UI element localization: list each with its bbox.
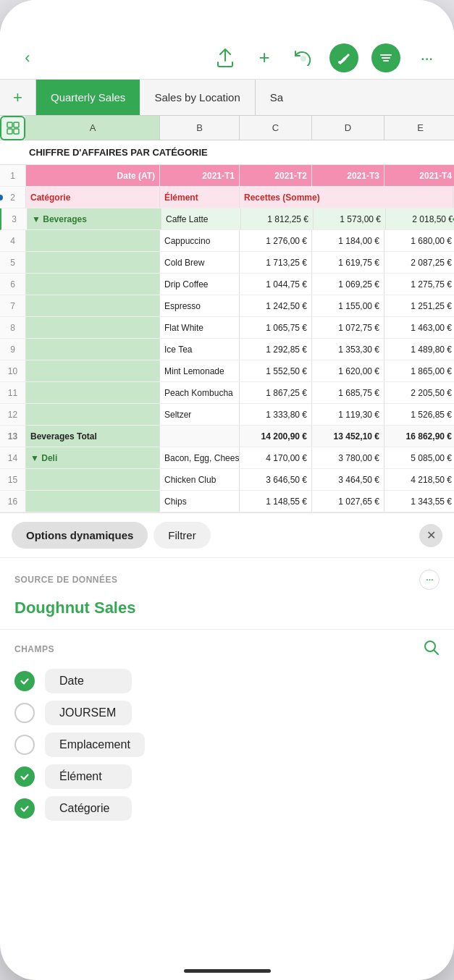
cell-element-subheader[interactable]: Élément	[160, 187, 240, 208]
cell-item[interactable]: Cappuccino	[160, 230, 240, 251]
cell-q2[interactable]: 3 780,00 €	[312, 447, 384, 468]
cell-q1[interactable]: 1 148,55 €	[240, 491, 312, 512]
col-header-e[interactable]: E	[384, 116, 454, 140]
cell-item[interactable]: Cold Brew	[160, 252, 240, 273]
field-element-checkbox[interactable]	[14, 766, 35, 787]
field-date-checkbox[interactable]	[14, 671, 35, 691]
cell-q2[interactable]: 1 069,25 €	[312, 274, 384, 295]
cell-q3[interactable]: 4 218,50 €	[384, 469, 454, 490]
cell-q3[interactable]: 1 343,55 €	[384, 491, 454, 512]
cell-q1[interactable]: 1 276,00 €	[240, 230, 312, 251]
cell-item[interactable]: Peach Kombucha	[160, 382, 240, 403]
back-button[interactable]: ‹	[14, 45, 41, 71]
cell-item[interactable]: Chips	[160, 491, 240, 512]
field-date-label[interactable]: Date	[45, 669, 132, 693]
cell-q3[interactable]: 1 526,85 €	[384, 404, 454, 425]
cell-q2-header[interactable]: 2021-T2	[240, 165, 312, 186]
cell-q3[interactable]: 2 018,50 €	[386, 208, 454, 229]
col-header-d[interactable]: D	[312, 116, 384, 140]
cell-item[interactable]: Drip Coffee	[160, 274, 240, 295]
cell-q3-header[interactable]: 2021-T3	[312, 165, 384, 186]
add-tab-button[interactable]: +	[0, 80, 36, 115]
cell-q1[interactable]: 1 713,25 €	[240, 252, 312, 273]
table-row[interactable]: 11 Peach Kombucha 1 867,25 € 1 685,75 € …	[0, 382, 454, 404]
cell-category[interactable]: Beverages Total	[26, 426, 160, 447]
field-joursem-checkbox[interactable]	[14, 703, 35, 723]
search-fields-button[interactable]	[424, 640, 440, 659]
cell-q2[interactable]: 1 353,30 €	[312, 339, 384, 360]
field-emplacement-checkbox[interactable]	[14, 735, 35, 755]
cell-q2[interactable]: 1 027,65 €	[312, 491, 384, 512]
col-header-c[interactable]: C	[240, 116, 312, 140]
field-emplacement-label[interactable]: Emplacement	[45, 732, 145, 757]
data-source-name[interactable]: Doughnut Sales	[0, 594, 454, 629]
table-row[interactable]: 15 Chicken Club 3 646,50 € 3 464,50 € 4 …	[0, 469, 454, 491]
cell-category[interactable]: ▼ Deli	[26, 447, 160, 468]
col-header-a[interactable]: A	[26, 116, 160, 140]
list-item[interactable]: Élément	[14, 764, 440, 789]
list-item[interactable]: Date	[14, 669, 440, 693]
cell-q2[interactable]: 3 464,50 €	[312, 469, 384, 490]
cell-item[interactable]: Caffe Latte	[161, 208, 241, 229]
options-dynamiques-tab[interactable]: Options dynamiques	[12, 522, 148, 549]
cell-q1[interactable]: 4 170,00 €	[240, 447, 312, 468]
cell-item[interactable]: Bacon, Egg, Cheese	[160, 447, 240, 468]
cell-q3[interactable]: 1 275,75 €	[384, 274, 454, 295]
cell-q2[interactable]: 1 155,00 €	[312, 295, 384, 316]
field-categorie-checkbox[interactable]	[14, 798, 35, 819]
cell-category-subheader[interactable]: Catégorie	[26, 187, 160, 208]
filter-button[interactable]	[371, 43, 400, 72]
cell-q1-header[interactable]: 2021-T1	[160, 165, 240, 186]
table-selector-icon[interactable]	[0, 116, 25, 140]
cell-q1[interactable]: 1 867,25 €	[240, 382, 312, 403]
table-row[interactable]: 10 Mint Lemonade 1 552,50 € 1 620,00 € 1…	[0, 360, 454, 382]
cell-q3[interactable]: 5 085,00 €	[384, 447, 454, 468]
table-row[interactable]: 5 Cold Brew 1 713,25 € 1 619,75 € 2 087,…	[0, 252, 454, 274]
table-row[interactable]: 4 Cappuccino 1 276,00 € 1 184,00 € 1 680…	[0, 230, 454, 252]
cell-q3[interactable]: 1 865,00 €	[384, 360, 454, 381]
cell-q2[interactable]: 1 072,75 €	[312, 317, 384, 338]
field-joursem-label[interactable]: JOURSEM	[45, 701, 132, 725]
cell-q3[interactable]: 16 862,90 €	[384, 426, 454, 447]
cell-q1[interactable]: 1 333,80 €	[240, 404, 312, 425]
table-row[interactable]: 13 Beverages Total 14 200,90 € 13 452,10…	[0, 426, 454, 447]
cell-q4-header[interactable]: 2021-T4	[384, 165, 454, 186]
cell-q1[interactable]: 3 646,50 €	[240, 469, 312, 490]
cell-item[interactable]: Mint Lemonade	[160, 360, 240, 381]
list-item[interactable]: Catégorie	[14, 796, 440, 821]
share-button[interactable]	[212, 45, 238, 71]
cell-q1[interactable]: 1 065,75 €	[240, 317, 312, 338]
cell-item[interactable]: Espresso	[160, 295, 240, 316]
cell-q2[interactable]: 1 184,00 €	[312, 230, 384, 251]
table-row[interactable]: 9 Ice Tea 1 292,85 € 1 353,30 € 1 489,80…	[0, 339, 454, 360]
cell-q1[interactable]: 1 552,50 €	[240, 360, 312, 381]
cell-q3[interactable]: 1 463,00 €	[384, 317, 454, 338]
filtrer-tab[interactable]: Filtrer	[154, 522, 210, 549]
cell-date-header[interactable]: Date (AT)	[26, 165, 160, 186]
cell-q1[interactable]: 14 200,90 €	[240, 426, 312, 447]
brush-button[interactable]	[329, 43, 358, 72]
table-row[interactable]: 3 ▼ Beverages Caffe Latte 1 812,25 € 1 5…	[0, 208, 454, 230]
field-element-label[interactable]: Élément	[45, 764, 132, 789]
list-item[interactable]: JOURSEM	[14, 701, 440, 725]
cell-q2[interactable]: 13 452,10 €	[312, 426, 384, 447]
tab-quarterly-sales[interactable]: Quarterly Sales	[36, 80, 140, 115]
list-item[interactable]: Emplacement	[14, 732, 440, 757]
source-more-button[interactable]: ···	[419, 570, 440, 590]
field-categorie-label[interactable]: Catégorie	[45, 796, 132, 821]
undo-button[interactable]	[290, 45, 316, 71]
cell-q2[interactable]: 1 619,75 €	[312, 252, 384, 273]
cell-q1[interactable]: 1 044,75 €	[240, 274, 312, 295]
table-row[interactable]: 16 Chips 1 148,55 € 1 027,65 € 1 343,55 …	[0, 491, 454, 512]
cell-item[interactable]: Seltzer	[160, 404, 240, 425]
col-header-b[interactable]: B	[160, 116, 240, 140]
cell-q1[interactable]: 1 812,25 €	[241, 208, 314, 229]
table-row[interactable]: 6 Drip Coffee 1 044,75 € 1 069,25 € 1 27…	[0, 274, 454, 295]
cell-q1[interactable]: 1 242,50 €	[240, 295, 312, 316]
table-row[interactable]: 7 Espresso 1 242,50 € 1 155,00 € 1 251,2…	[0, 295, 454, 317]
cell-q2[interactable]: 1 620,00 €	[312, 360, 384, 381]
cell-item[interactable]: Chicken Club	[160, 469, 240, 490]
table-row[interactable]: 14 ▼ Deli Bacon, Egg, Cheese 4 170,00 € …	[0, 447, 454, 469]
cell-q3[interactable]: 2 087,25 €	[384, 252, 454, 273]
more-button[interactable]: ···	[413, 45, 440, 71]
